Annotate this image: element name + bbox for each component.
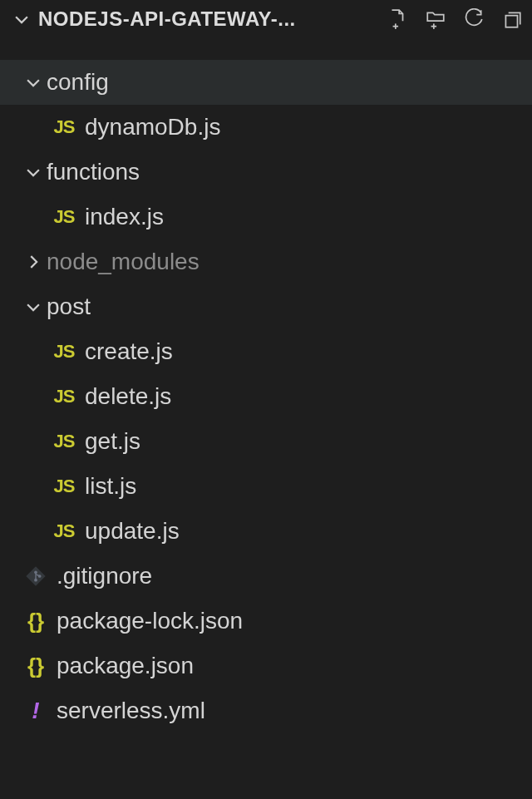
file-row[interactable]: JSindex.js bbox=[0, 195, 532, 239]
chevron-right-icon[interactable] bbox=[20, 253, 47, 271]
explorer-panel: NODEJS-API-GATEWAY-... bbox=[0, 0, 532, 799]
file-label: dynamoDb.js bbox=[85, 114, 220, 141]
file-label: delete.js bbox=[85, 383, 171, 410]
new-file-icon[interactable] bbox=[382, 4, 412, 34]
folder-row[interactable]: config bbox=[0, 60, 532, 105]
folder-label: post bbox=[47, 293, 91, 320]
file-label: get.js bbox=[85, 428, 140, 455]
file-row[interactable]: JSdynamoDb.js bbox=[0, 105, 532, 150]
js-file-icon: JS bbox=[48, 476, 80, 497]
folder-row[interactable]: functions bbox=[0, 150, 532, 195]
refresh-icon[interactable] bbox=[459, 4, 489, 34]
folder-row[interactable]: node_modules bbox=[0, 239, 532, 284]
file-label: .gitignore bbox=[57, 563, 152, 589]
file-row[interactable]: JSlist.js bbox=[0, 464, 532, 509]
file-row[interactable]: JSdelete.js bbox=[0, 374, 532, 419]
chevron-down-icon[interactable] bbox=[10, 10, 33, 28]
file-label: serverless.yml bbox=[57, 698, 205, 724]
folder-label: node_modules bbox=[47, 249, 200, 275]
folder-label: config bbox=[47, 69, 109, 96]
file-label: package.json bbox=[57, 653, 194, 679]
file-row[interactable]: JScreate.js bbox=[0, 329, 532, 374]
gitignore-file-icon bbox=[20, 565, 52, 588]
project-title: NODEJS-API-GATEWAY-... bbox=[38, 7, 382, 31]
file-row[interactable]: !serverless.yml bbox=[0, 688, 532, 733]
explorer-header: NODEJS-API-GATEWAY-... bbox=[0, 0, 532, 38]
yaml-file-icon: ! bbox=[20, 698, 52, 724]
file-row[interactable]: .gitignore bbox=[0, 554, 532, 599]
json-file-icon: {} bbox=[20, 654, 52, 679]
js-file-icon: JS bbox=[48, 431, 80, 452]
svg-rect-4 bbox=[505, 16, 517, 27]
folder-row[interactable]: post bbox=[0, 284, 532, 329]
file-tree: configJSdynamoDb.jsfunctionsJSindex.jsno… bbox=[0, 38, 532, 733]
chevron-down-icon[interactable] bbox=[20, 298, 47, 316]
file-label: update.js bbox=[85, 518, 180, 545]
js-file-icon: JS bbox=[48, 341, 80, 363]
file-row[interactable]: {}package-lock.json bbox=[0, 599, 532, 644]
chevron-down-icon[interactable] bbox=[20, 73, 47, 91]
collapse-all-icon[interactable] bbox=[497, 4, 527, 34]
file-row[interactable]: JSget.js bbox=[0, 419, 532, 464]
folder-label: functions bbox=[47, 159, 140, 185]
file-label: create.js bbox=[85, 338, 173, 365]
file-label: list.js bbox=[85, 473, 136, 500]
file-row[interactable]: {}package.json bbox=[0, 644, 532, 688]
js-file-icon: JS bbox=[48, 116, 80, 138]
js-file-icon: JS bbox=[48, 386, 80, 407]
file-label: index.js bbox=[85, 204, 164, 230]
file-label: package-lock.json bbox=[57, 608, 243, 634]
js-file-icon: JS bbox=[48, 520, 80, 542]
new-folder-icon[interactable] bbox=[421, 4, 451, 34]
json-file-icon: {} bbox=[20, 609, 52, 634]
file-row[interactable]: JSupdate.js bbox=[0, 509, 532, 554]
js-file-icon: JS bbox=[48, 206, 80, 228]
chevron-down-icon[interactable] bbox=[20, 163, 47, 181]
